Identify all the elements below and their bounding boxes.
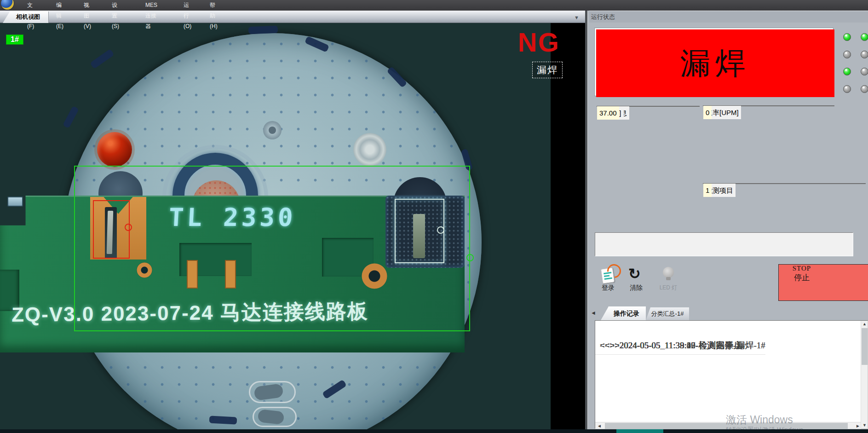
run-info-table: 运行信息值程式名称523检测项目1	[703, 183, 866, 184]
menu-item-5[interactable]: MES连接器	[144, 0, 159, 32]
tab-scroll-left-icon[interactable]: ◄	[591, 310, 596, 316]
table-cell: 0	[703, 106, 712, 119]
camera-viewport-margin	[551, 23, 585, 433]
menu-item-2[interactable]: 编辑(E)	[54, 0, 65, 32]
camera-id-badge: 1#	[6, 35, 23, 45]
top-dimple	[263, 121, 282, 139]
status-led-off	[861, 51, 868, 58]
status-led-off	[861, 68, 868, 75]
status-led-on	[843, 33, 851, 41]
rim-notch	[248, 26, 278, 34]
led-button[interactable]: LED 灯	[655, 284, 682, 292]
vertical-scrollbar[interactable]: ▲ ▼	[861, 321, 868, 428]
menu-item-6[interactable]: 运行(O)	[182, 0, 193, 32]
tab-summary[interactable]: 分类汇总-1#	[646, 307, 689, 320]
table-cell: 37.00	[597, 106, 619, 120]
defect-box-left	[93, 200, 130, 259]
menu-bar: 文件(F)编辑(E)视图(V)设置(S)MES连接器运行(O)帮助(H)	[0, 0, 868, 11]
clear-button[interactable]: 清除	[622, 284, 650, 292]
scroll-up-icon[interactable]: ▲	[862, 322, 867, 326]
stop-button-label-cn: 停止	[779, 272, 825, 283]
roi-handle	[466, 254, 474, 261]
menu-item-7[interactable]: 帮助(H)	[208, 0, 219, 32]
chevron-down-icon[interactable]: ▼	[574, 15, 579, 20]
log-entry: <<==2024-05-05_11:38:09-检测完毕-漏焊-1#	[595, 338, 765, 355]
login-button[interactable]: 登录	[594, 284, 622, 292]
scroll-down-icon[interactable]: ▼	[862, 423, 867, 427]
led-lamp-icon[interactable]	[663, 267, 674, 278]
status-led-on	[861, 33, 868, 41]
totals-table: 总数100良品6363.00不良3737.00速率[UPM]0	[703, 105, 834, 106]
taskbar-sliver	[0, 429, 868, 433]
tab-operation-log[interactable]: 操作记录	[601, 306, 646, 320]
status-led-off	[843, 51, 851, 58]
scrollbar-thumb[interactable]	[862, 328, 868, 365]
taskbar-accent	[616, 429, 663, 433]
message-box[interactable]	[595, 232, 853, 256]
defect-tag: 漏焊	[532, 62, 563, 78]
table-cell: 1	[703, 184, 712, 197]
rim-notch	[209, 416, 237, 424]
roi-handle	[125, 224, 132, 231]
alarm-text: 漏焊	[596, 29, 834, 97]
status-led-off	[843, 85, 851, 93]
alarm-display: 漏焊	[594, 28, 834, 96]
metal-pad	[353, 133, 386, 166]
application-window: 文件(F)编辑(E)视图(V)设置(S)MES连接器运行(O)帮助(H) 相机视…	[0, 0, 868, 433]
scroll-right-icon[interactable]: ►	[856, 423, 860, 429]
scroll-left-icon[interactable]: ◄	[597, 423, 602, 429]
menu-item-3[interactable]: 视图(V)	[82, 0, 93, 32]
status-led-off	[861, 85, 868, 93]
status-panel: 运行状态 漏焊 生产信息值[%]1#[NG]3737.00 总数100良品636…	[588, 11, 868, 429]
production-table: 生产信息值[%]1#[NG]3737.00	[597, 106, 700, 107]
clear-icon[interactable]: ↻	[628, 265, 641, 283]
roi-handle	[437, 226, 444, 234]
edge-component	[7, 196, 23, 207]
status-panel-title: 运行状态	[589, 11, 868, 23]
menu-item-4[interactable]: 设置(S)	[110, 0, 121, 32]
stop-button[interactable]: 停止 STOP	[778, 264, 868, 301]
app-logo-icon	[1, 0, 14, 10]
result-text: NG	[518, 27, 560, 58]
activate-windows-watermark: 激活 Windows	[726, 413, 793, 427]
stop-button-label-en: STOP	[779, 265, 825, 272]
menu-item-1[interactable]: 文件(F)	[25, 0, 36, 32]
status-led-on	[843, 68, 851, 75]
solder-blob	[97, 132, 132, 167]
led-lamp-base-icon	[666, 277, 671, 280]
